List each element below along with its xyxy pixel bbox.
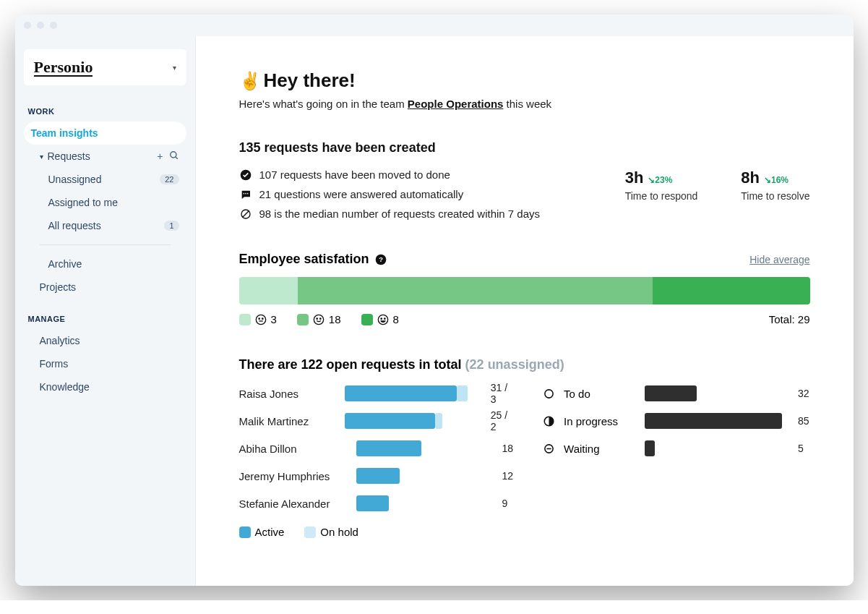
satisfaction-segment-happy <box>298 277 652 304</box>
metric-label: Time to respond <box>625 190 698 202</box>
window-titlebar <box>15 14 854 36</box>
satisfaction-total: Total: 29 <box>769 313 810 325</box>
window-min-dot[interactable] <box>37 22 44 29</box>
workspace-switcher[interactable]: Personio ▾ <box>24 49 186 85</box>
face-neutral-icon <box>255 314 267 325</box>
status-row: In progress85 <box>542 407 809 435</box>
sidebar-item-label: Assigned to me <box>48 197 119 208</box>
svg-line-1 <box>175 157 177 159</box>
chevron-down-icon: ▾ <box>173 64 176 72</box>
sidebar-item-archive[interactable]: Archive <box>24 252 186 276</box>
assignee-count: 12 <box>502 470 514 482</box>
sidebar-item-knowledge[interactable]: Knowledge <box>24 375 186 398</box>
summary-bullet: 21 questions were answered automatically <box>239 188 541 200</box>
assignee-chart: Raisa Jones31 / 3Malik Martinez25 / 2Abi… <box>239 380 514 517</box>
assignee-legend: Active On hold <box>239 526 810 538</box>
sidebar-item-label: Unassigned <box>48 174 102 185</box>
svg-point-16 <box>320 318 321 319</box>
status-count: 5 <box>798 443 804 454</box>
sidebar-item-unassigned[interactable]: Unassigned 22 <box>24 168 186 191</box>
svg-point-0 <box>170 152 176 158</box>
metric-value: 3h <box>625 169 644 187</box>
assignee-bar <box>356 495 494 511</box>
status-label: In progress <box>564 415 636 427</box>
svg-point-20 <box>544 389 552 397</box>
window-max-dot[interactable] <box>50 22 57 29</box>
svg-point-18 <box>381 318 382 319</box>
status-row: To do32 <box>542 380 809 407</box>
trend-down-icon: ↘ <box>648 175 655 185</box>
app-window: Personio ▾ WORK Team insights ▾ Requests… <box>15 14 854 586</box>
assignee-count: 31 / 3 <box>491 382 513 405</box>
open-requests-grid: Raisa Jones31 / 3Malik Martinez25 / 2Abi… <box>239 380 810 517</box>
plus-icon[interactable]: + <box>157 150 163 162</box>
sidebar-item-forms[interactable]: Forms <box>24 352 186 375</box>
team-link[interactable]: People Operations <box>408 98 504 110</box>
assignee-name: Stefanie Alexander <box>239 498 348 510</box>
sidebar-item-team-insights[interactable]: Team insights <box>24 121 186 145</box>
sidebar-item-all-requests[interactable]: All requests 1 <box>24 214 186 237</box>
summary-bullets: 107 requests have been moved to done 21 … <box>239 169 541 220</box>
sidebar-item-analytics[interactable]: Analytics <box>24 329 186 352</box>
assignee-row: Raisa Jones31 / 3 <box>239 380 514 407</box>
assignee-count: 25 / 2 <box>491 409 513 432</box>
status-icon <box>542 443 555 454</box>
satisfaction-segment-neutral <box>239 277 298 304</box>
chevron-down-icon: ▾ <box>40 153 43 161</box>
assignee-row: Abiha Dillon18 <box>239 435 514 462</box>
legend-label: Active <box>255 526 285 538</box>
bullet-text: 107 requests have been moved to done <box>259 169 450 181</box>
sidebar-item-requests[interactable]: ▾ Requests + <box>24 145 186 168</box>
legend-label: On hold <box>320 526 358 538</box>
chat-icon <box>239 189 252 200</box>
sidebar: Personio ▾ WORK Team insights ▾ Requests… <box>15 36 196 586</box>
section-title: Employee satisfation <box>239 252 369 267</box>
sidebar-item-projects[interactable]: Projects <box>24 276 186 299</box>
swatch-icon <box>361 314 373 325</box>
swatch-icon <box>297 314 309 325</box>
metric-delta: 16% <box>771 175 788 185</box>
summary-bullet: 107 requests have been moved to done <box>239 169 541 181</box>
summary-title: 135 requests have been created <box>239 140 810 155</box>
legend-very-happy: 8 <box>361 313 399 325</box>
status-label: Waiting <box>564 443 636 455</box>
hide-average-link[interactable]: Hide average <box>749 254 809 265</box>
status-chart: To do32In progress85Waiting5 <box>542 380 809 517</box>
svg-point-12 <box>262 318 262 319</box>
check-circle-icon <box>239 169 252 181</box>
assignee-row: Stefanie Alexander9 <box>239 490 514 517</box>
satisfaction-legend: 3 18 8 <box>239 313 810 325</box>
assignee-row: Malik Martinez25 / 2 <box>239 407 514 435</box>
divider <box>40 244 171 245</box>
peace-emoji-icon: ✌️ <box>239 71 261 91</box>
help-icon[interactable]: ? <box>375 254 387 265</box>
assignee-name: Raisa Jones <box>239 388 336 400</box>
sidebar-item-label: Projects <box>40 281 77 293</box>
page-subtitle: Here's what's going on in the team Peopl… <box>239 98 810 110</box>
count-badge: 22 <box>160 174 179 184</box>
window-close-dot[interactable] <box>24 22 31 29</box>
assignee-bar <box>356 440 494 456</box>
svg-point-5 <box>246 192 248 194</box>
bullet-text: 98 is the median number of requests crea… <box>259 208 541 220</box>
assignee-name: Jeremy Humphries <box>239 470 348 482</box>
metric-delta: 23% <box>655 175 672 185</box>
assignee-name: Abiha Dillon <box>239 443 348 455</box>
svg-text:?: ? <box>379 256 383 263</box>
assignee-bar <box>345 413 482 429</box>
face-smile-icon <box>313 314 325 325</box>
swatch-icon <box>239 526 251 538</box>
sidebar-item-assigned-to-me[interactable]: Assigned to me <box>24 191 186 214</box>
status-count: 32 <box>798 388 809 399</box>
assignee-count: 9 <box>502 498 508 509</box>
legend-count: 8 <box>393 313 399 325</box>
status-bar <box>645 413 789 429</box>
main-content: ✌️ Hey there! Here's what's going on in … <box>196 36 854 586</box>
search-icon[interactable] <box>169 150 179 162</box>
swatch-icon <box>304 526 316 538</box>
count-badge: 1 <box>164 221 179 231</box>
status-bar <box>645 385 789 401</box>
assignee-bar <box>356 468 494 484</box>
trend-down-icon: ↘ <box>764 175 771 185</box>
svg-point-19 <box>384 318 384 319</box>
